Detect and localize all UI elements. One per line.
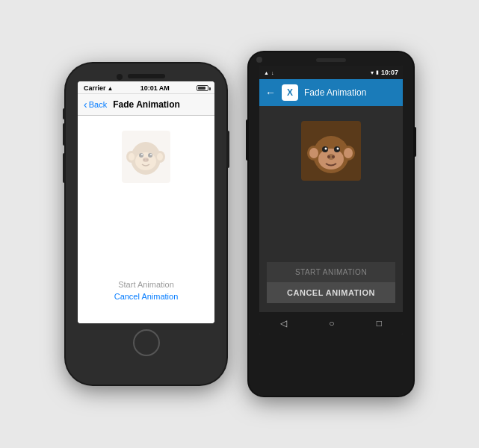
- ios-phone: Carrier ▲ 10:01 AM ‹ Back Fade Animation: [66, 63, 226, 385]
- monkey-svg-ios: [126, 134, 167, 179]
- svg-point-9: [150, 154, 152, 155]
- android-nav-home-button[interactable]: ○: [329, 318, 334, 329]
- android-power-button[interactable]: [413, 127, 416, 157]
- ios-camera: [117, 74, 123, 80]
- android-app-icon: X: [282, 84, 298, 101]
- svg-point-4: [157, 153, 163, 161]
- ios-battery-icon: [197, 85, 208, 91]
- ios-back-chevron-icon: ‹: [84, 99, 87, 111]
- ios-vol-down-button[interactable]: [63, 153, 66, 183]
- android-top-bar: [249, 52, 413, 66]
- svg-point-22: [337, 148, 339, 150]
- ios-carrier-label: Carrier: [84, 84, 106, 92]
- ios-start-animation-button[interactable]: Start Animation: [118, 280, 174, 289]
- svg-point-6: [139, 153, 143, 158]
- android-camera: [256, 57, 262, 63]
- android-time-label: 10:07: [381, 69, 398, 76]
- ios-monkey-image: [122, 131, 170, 183]
- android-app-icon-label: X: [287, 87, 293, 98]
- monkey-svg-android: [305, 125, 357, 177]
- ios-cancel-animation-button[interactable]: Cancel Animation: [114, 292, 179, 301]
- ios-home-button[interactable]: [133, 329, 160, 356]
- svg-point-7: [148, 153, 152, 158]
- android-cancel-animation-button[interactable]: CANCEL ANIMATION: [267, 282, 395, 303]
- android-toolbar: ← X Fade Animation: [259, 79, 403, 106]
- android-phone: ▲ ↓ ▾ ▮ 10:07 ← X Fade Animation: [249, 52, 413, 396]
- android-warning-icon: ▲: [264, 70, 269, 75]
- ios-status-right: [197, 85, 208, 91]
- android-back-button[interactable]: ←: [265, 87, 276, 99]
- ios-nav-bar: ‹ Back Fade Animation: [78, 94, 214, 116]
- android-vol-button[interactable]: [246, 119, 249, 161]
- ios-vol-up-button[interactable]: [63, 123, 66, 146]
- android-nav-recents-button[interactable]: □: [377, 318, 382, 329]
- android-status-right: ▾ ▮ 10:07: [371, 69, 398, 76]
- android-nav-bar: ◁ ○ □: [259, 312, 403, 335]
- ios-power-button[interactable]: [226, 131, 229, 168]
- svg-point-17: [344, 148, 353, 158]
- android-wifi-icon: ▾: [371, 69, 374, 76]
- svg-point-24: [327, 155, 330, 158]
- android-download-icon: ↓: [271, 70, 274, 75]
- android-toolbar-title: Fade Animation: [304, 87, 366, 98]
- android-status-left: ▲ ↓: [264, 70, 274, 75]
- svg-point-25: [332, 155, 335, 158]
- ios-time-label: 10:01 AM: [140, 84, 170, 92]
- ios-back-label: Back: [89, 100, 107, 109]
- android-buttons-area: START ANIMATION CANCEL ANIMATION: [267, 262, 395, 303]
- ios-screen: Carrier ▲ 10:01 AM ‹ Back Fade Animation: [78, 81, 214, 323]
- svg-point-15: [309, 148, 318, 158]
- ios-speaker: [128, 74, 165, 78]
- android-monkey-image: [301, 121, 361, 181]
- android-status-bar: ▲ ↓ ▾ ▮ 10:07: [259, 66, 403, 79]
- ios-mute-button[interactable]: [63, 108, 66, 119]
- svg-point-11: [143, 159, 146, 161]
- ios-content: Start Animation Cancel Animation: [78, 116, 214, 323]
- android-screen: ▲ ↓ ▾ ▮ 10:07 ← X Fade Animation: [259, 66, 403, 335]
- svg-point-8: [141, 154, 143, 155]
- ios-wifi-icon: ▲: [108, 85, 114, 92]
- ios-back-button[interactable]: ‹ Back: [84, 99, 107, 111]
- android-battery-icon: ▮: [376, 69, 379, 75]
- ios-status-bar: Carrier ▲ 10:01 AM: [78, 81, 214, 94]
- ios-nav-title: Fade Animation: [107, 99, 186, 110]
- android-speaker: [316, 58, 346, 62]
- android-nav-back-button[interactable]: ◁: [280, 318, 287, 329]
- svg-point-21: [325, 148, 327, 150]
- ios-status-left: Carrier ▲: [84, 84, 113, 92]
- android-content: START ANIMATION CANCEL ANIMATION: [259, 106, 403, 311]
- svg-point-12: [146, 159, 149, 161]
- svg-point-2: [129, 153, 135, 161]
- android-start-animation-button[interactable]: START ANIMATION: [267, 262, 395, 282]
